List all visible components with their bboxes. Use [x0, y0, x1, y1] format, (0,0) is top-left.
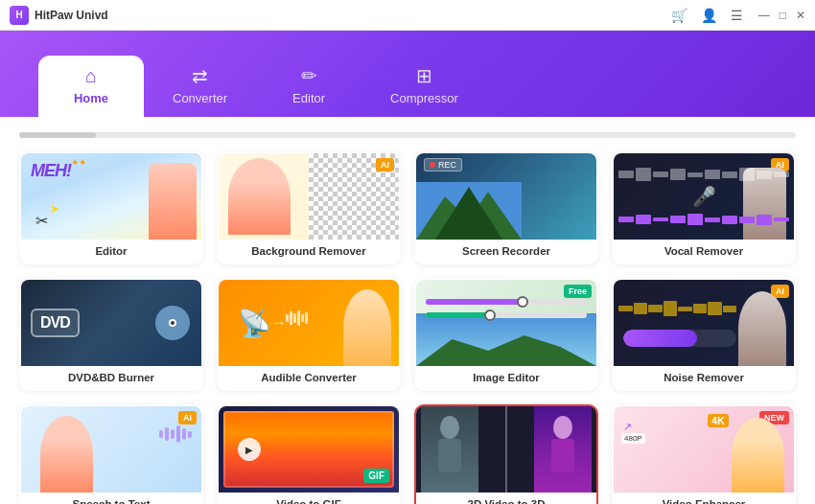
- play-button: ▶: [238, 438, 261, 461]
- mountains-svg: [416, 182, 522, 240]
- card-editor[interactable]: MEH! ✦✦ ✂ ➤ Editor: [19, 151, 203, 264]
- converter-icon: ⇄: [192, 64, 208, 87]
- waveform-top: [618, 168, 789, 181]
- dvd-logo: DVD: [31, 309, 80, 337]
- 4k-badge: 4K: [708, 414, 729, 427]
- card-image-editor[interactable]: Free Image Editor: [414, 278, 598, 391]
- card-image-editor-label: Image Editor: [416, 366, 596, 389]
- card-2d-to-3d[interactable]: 2D Video to 3D: [414, 404, 598, 504]
- arrow-icon: →: [271, 314, 287, 332]
- card-vocal-remover-label: Vocal Remover: [614, 240, 794, 263]
- waveform-bottom: [618, 214, 789, 225]
- meh-text: MEH!: [31, 161, 71, 181]
- card-screen-recorder-thumb: REC: [416, 153, 596, 240]
- slider-1-thumb: [517, 296, 528, 308]
- card-speech-label: Speech to Text: [21, 493, 201, 504]
- titlebar: H HitPaw Univd 🛒 👤 ☰ — □ ✕: [0, 0, 815, 31]
- card-video-gif-label: Video to GIF: [219, 493, 399, 504]
- rec-badge: REC: [424, 158, 462, 172]
- card-video-to-gif[interactable]: ▶ GIF Video to GIF: [217, 404, 401, 504]
- person-2d: [421, 406, 478, 493]
- card-speech-thumb: AI: [21, 406, 201, 493]
- res-480p: 480P: [621, 433, 645, 444]
- cart-icon[interactable]: 🛒: [671, 8, 687, 23]
- card-speech-to-text[interactable]: AI Speech to Text: [19, 404, 203, 504]
- card-2d3d-label: 2D Video to 3D: [416, 493, 596, 504]
- 3d-divider: [505, 406, 507, 493]
- speech-ai-badge: AI: [178, 411, 197, 424]
- menu-icon[interactable]: ☰: [731, 8, 743, 23]
- card-editor-thumb: MEH! ✦✦ ✂ ➤: [21, 153, 201, 240]
- card-audible-label: Audible Converter: [219, 366, 399, 389]
- card-background-remover[interactable]: AI Background Remover: [217, 151, 401, 264]
- card-dvd-burner[interactable]: DVD DVD&BD Burner: [19, 278, 203, 391]
- card-bg-remover-label: Background Remover: [219, 240, 399, 263]
- meh-stars: ✦✦: [71, 157, 86, 168]
- res-arrow: ↗: [623, 421, 632, 433]
- card-video-enhancer-label: Video Enhancer: [614, 493, 794, 504]
- svg-rect-9: [551, 439, 574, 472]
- noise-eq-pill: [623, 330, 736, 347]
- svg-point-8: [553, 416, 572, 439]
- close-button[interactable]: ✕: [796, 9, 805, 22]
- card-noise-remover-thumb: AI: [614, 280, 794, 366]
- noise-waveform: [618, 299, 736, 318]
- svg-rect-7: [438, 439, 461, 472]
- gif-badge: GIF: [363, 469, 389, 483]
- free-badge: Free: [564, 285, 592, 298]
- card-screen-recorder[interactable]: REC Screen Recorder: [414, 151, 598, 264]
- titlebar-controls: 🛒 👤 ☰ — □ ✕: [664, 8, 805, 23]
- tab-editor[interactable]: ✏ Editor: [256, 55, 361, 117]
- tab-home[interactable]: ⌂ Home: [38, 56, 144, 117]
- editor-thumb-inner: MEH! ✦✦ ✂ ➤: [21, 153, 201, 240]
- cards-grid: MEH! ✦✦ ✂ ➤ Editor AI Background Remover: [19, 151, 796, 504]
- person-2d-svg: [431, 416, 469, 483]
- card-dvd-thumb: DVD: [21, 280, 201, 366]
- card-video-enhancer[interactable]: NEW ↗ 480P 4K Video Enhancer: [612, 404, 796, 504]
- waveform-small: [286, 310, 308, 326]
- noise-person: [738, 291, 786, 366]
- svg-point-6: [440, 416, 459, 439]
- slider-container: [426, 299, 587, 326]
- tab-editor-label: Editor: [292, 91, 325, 105]
- card-noise-remover[interactable]: AI Noise Remover: [612, 278, 796, 391]
- app-title: HitPaw Univd: [35, 9, 108, 22]
- rec-dot: [430, 162, 435, 168]
- window-controls: — □ ✕: [758, 9, 805, 22]
- ai-badge: AI: [376, 158, 394, 172]
- scissors-icon: ✂: [35, 212, 48, 230]
- slider-2-fill: [426, 312, 490, 318]
- slider-1: [426, 299, 587, 305]
- enhance-person: [732, 418, 784, 493]
- slider-2-thumb: [484, 309, 496, 321]
- slider-2: [426, 312, 587, 318]
- scroll-thumb: [19, 132, 96, 138]
- speech-wave: [159, 425, 192, 443]
- maximize-button[interactable]: □: [780, 9, 786, 22]
- res-labels: 480P: [621, 433, 645, 444]
- card-vocal-remover[interactable]: AI 🎤: [612, 151, 796, 264]
- bg-person: [228, 158, 291, 235]
- person-3d: [534, 406, 592, 493]
- minimize-button[interactable]: —: [758, 9, 770, 22]
- card-bg-remover-thumb: AI: [219, 153, 399, 240]
- cursor-icon: ➤: [50, 202, 59, 216]
- home-icon: ⌂: [85, 65, 97, 87]
- card-image-editor-thumb: Free: [416, 280, 596, 366]
- editor-person: [149, 163, 197, 240]
- card-dvd-label: DVD&BD Burner: [21, 366, 201, 389]
- audible-person: [343, 289, 391, 366]
- app-logo: H HitPaw Univd: [10, 6, 108, 25]
- tab-home-label: Home: [74, 91, 108, 105]
- tab-converter[interactable]: ⇄ Converter: [144, 55, 256, 117]
- card-vocal-remover-thumb: AI 🎤: [614, 153, 794, 240]
- person-3d-svg: [544, 416, 582, 483]
- card-screen-recorder-label: Screen Recorder: [416, 240, 596, 263]
- user-icon[interactable]: 👤: [701, 8, 717, 23]
- tab-compressor[interactable]: ⊞ Compressor: [361, 55, 487, 117]
- card-video-gif-thumb: ▶ GIF: [219, 406, 399, 493]
- card-2d3d-thumb: [416, 406, 596, 493]
- card-audible-converter[interactable]: 📡 → Audible Converter: [217, 278, 401, 391]
- header-nav: ⌂ Home ⇄ Converter ✏ Editor ⊞ Compressor: [0, 31, 815, 117]
- svg-point-5: [171, 321, 175, 325]
